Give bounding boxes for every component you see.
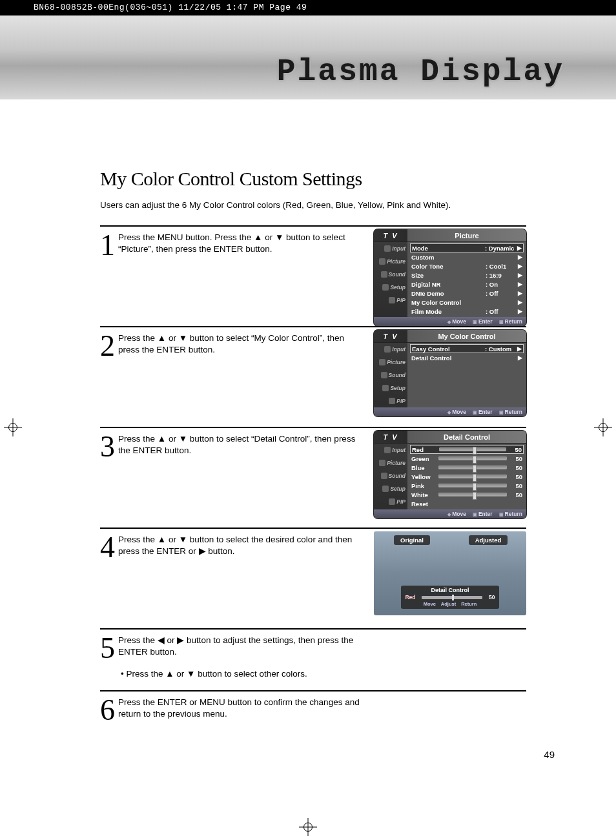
step-number: 6 — [100, 695, 118, 729]
osd-preview-split: Original Adjusted Detail Control Red50 M… — [374, 531, 526, 615]
osd-detail-menu: T V Detail Control Input Picture Sound S… — [374, 431, 526, 518]
step-4: 4 Press the ▲ or ▼ button to select the … — [100, 528, 526, 624]
step-number: 4 — [100, 533, 118, 624]
intro-text: Users can adjust the 6 My Color Control … — [100, 200, 526, 210]
step-number: 5 — [100, 633, 118, 686]
header-band: Plasma Display — [0, 15, 616, 99]
badge-adjusted: Adjusted — [469, 535, 508, 545]
registration-mark — [594, 418, 612, 436]
section-title: My Color Control Custom Settings — [100, 168, 526, 190]
osd-sidebar: Input Picture Sound Setup PIP — [374, 444, 407, 509]
step-2: 2 Press the ▲ or ▼ button to select “My … — [100, 326, 526, 423]
crop-info-text: BN68-00852B-00Eng(036~051) 11/22/05 1:47… — [34, 3, 307, 12]
osd-main-list: Mode: Dynamic▶ Custom▶ Color Tone: Cool1… — [407, 242, 526, 317]
step-number: 2 — [100, 331, 118, 423]
crop-info-strip: BN68-00852B-00Eng(036~051) 11/22/05 1:47… — [0, 0, 616, 15]
osd-footer: Move Enter Return — [374, 317, 526, 326]
osd-tv-label: T V — [374, 333, 407, 340]
step-number: 1 — [100, 230, 118, 322]
step-bullet: • Press the ▲ or ▼ button to select othe… — [121, 668, 365, 680]
page-number: 49 — [544, 749, 555, 760]
osd-sidebar: Input Picture Sound Setup PIP — [374, 343, 407, 407]
osd-mycolor-menu: T V My Color Control Input Picture Sound… — [374, 330, 526, 416]
osd-sidebar: Input Picture Sound Setup PIP — [374, 242, 407, 317]
osd-tv-label: T V — [374, 433, 407, 441]
osd-picture-menu: T V Picture Input Picture Sound Setup PI… — [374, 229, 526, 326]
osd-menu-title: My Color Control — [407, 333, 526, 340]
osd-footer: Move Enter Return — [374, 407, 526, 416]
step-text: Press the ◀ or ▶ button to adjust the se… — [118, 633, 526, 686]
step-6: 6 Press the ENTER or MENU button to conf… — [100, 690, 526, 729]
osd-main-list: Easy Control: Custom▶ Detail Control▶ — [407, 343, 526, 407]
osd-menu-title: Detail Control — [407, 433, 526, 441]
badge-original: Original — [394, 535, 430, 545]
step-3: 3 Press the ▲ or ▼ button to select “Det… — [100, 427, 526, 524]
header-title: Plasma Display — [277, 54, 564, 89]
registration-mark — [299, 818, 317, 836]
step-1: 1 Press the MENU button. Press the ▲ or … — [100, 225, 526, 322]
page-content: My Color Control Custom Settings Users c… — [100, 168, 526, 733]
osd-main-list: Red50 Green50 Blue50 Yellow50 Pink50 Whi… — [407, 444, 526, 509]
osd-tv-label: T V — [374, 232, 407, 240]
step-number: 3 — [100, 432, 118, 524]
step-5: 5 Press the ◀ or ▶ button to adjust the … — [100, 628, 526, 686]
osd-footer: Move Enter Return — [374, 509, 526, 518]
osd-menu-title: Picture — [407, 232, 526, 240]
registration-mark — [4, 418, 22, 436]
step-text: Press the ENTER or MENU button to confir… — [118, 695, 526, 729]
preview-control-panel: Detail Control Red50 Move Adjust Return — [401, 586, 498, 609]
